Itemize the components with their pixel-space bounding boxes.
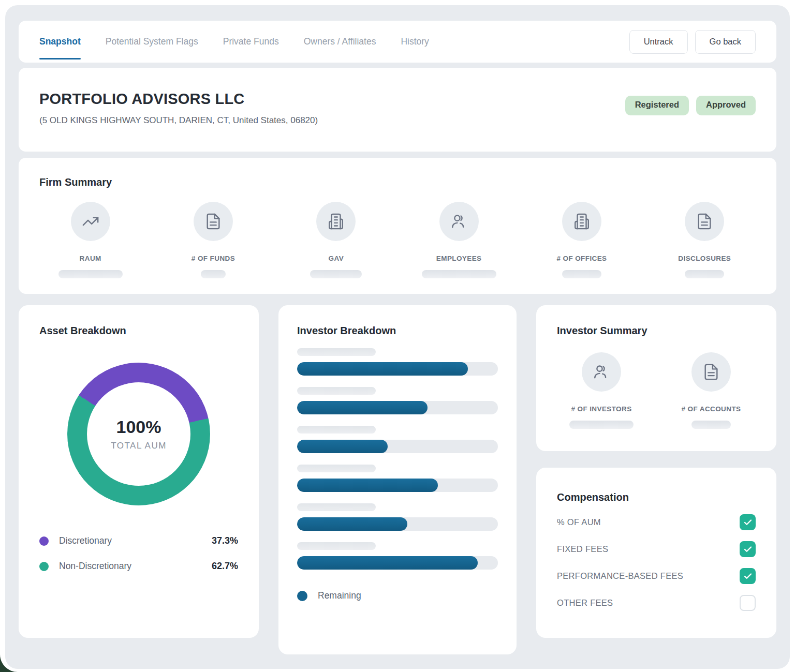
loading-value-placeholder — [310, 270, 362, 278]
asset-legend: Discretionary 37.3% Non-Discretionary 62… — [39, 535, 238, 572]
metric-num-accounts: # OF ACCOUNTS — [656, 352, 766, 429]
tab-private-funds[interactable]: Private Funds — [223, 21, 279, 63]
go-back-button[interactable]: Go back — [695, 30, 756, 54]
metric-label: # OF OFFICES — [556, 255, 607, 262]
other-fees-checkbox[interactable] — [740, 595, 756, 611]
metric-employees: EMPLOYEES — [398, 202, 520, 278]
investor-summary-title: Investor Summary — [557, 325, 766, 337]
asset-breakdown-card: Asset Breakdown 100% TOTAL AUM Discretio… — [19, 305, 259, 638]
users-icon — [439, 202, 479, 241]
loading-label-placeholder — [297, 348, 376, 356]
page-title: PORTFOLIO ADVISORS LLC — [39, 91, 318, 108]
bar-fill — [297, 479, 438, 492]
metric-label: DISCLOSURES — [678, 255, 731, 262]
compensation-title: Compensation — [557, 491, 756, 503]
users-icon — [582, 352, 621, 392]
loading-value-placeholder — [569, 421, 634, 429]
trending-up-icon — [71, 202, 110, 241]
investor-bar-group — [297, 503, 498, 531]
tab-history[interactable]: History — [401, 21, 429, 63]
metric-label: EMPLOYEES — [436, 255, 482, 262]
investor-bar-group — [297, 387, 498, 414]
donut-chart-wrap: 100% TOTAL AUM — [39, 363, 238, 505]
metric-label: GAV — [329, 255, 344, 262]
dashboard-grid: Asset Breakdown 100% TOTAL AUM Discretio… — [19, 305, 776, 654]
bar-fill — [297, 362, 468, 376]
compensation-label: % OF AUM — [557, 517, 601, 527]
aum-checkbox[interactable] — [740, 514, 756, 530]
registered-badge: Registered — [625, 96, 689, 115]
tab-owners-affiliates[interactable]: Owners / Affiliates — [304, 21, 376, 63]
investor-summary-metrics: # OF INVESTORS # OF ACCOUNTS — [547, 352, 766, 429]
donut-center: 100% TOTAL AUM — [67, 363, 210, 505]
bar-fill — [297, 517, 407, 531]
firm-summary-title: Firm Summary — [39, 176, 766, 188]
app-container: Snapshot Potential System Flags Private … — [5, 5, 790, 669]
legend-value: 37.3% — [212, 535, 238, 546]
loading-value-placeholder — [685, 270, 724, 278]
legend-label: Non-Discretionary — [59, 561, 131, 572]
investor-summary-card: Investor Summary # OF INVESTORS # OF AC — [536, 305, 776, 451]
legend-label: Remaining — [318, 590, 361, 601]
building-icon — [316, 202, 356, 241]
compensation-label: PERFORMANCE-BASED FEES — [557, 571, 683, 581]
compensation-row-aum: % OF AUM — [557, 514, 756, 530]
loading-label-placeholder — [297, 465, 376, 472]
right-column: Investor Summary # OF INVESTORS # OF AC — [536, 305, 776, 638]
fixed-fees-checkbox[interactable] — [740, 541, 756, 557]
bar-track — [297, 440, 498, 453]
performance-fees-checkbox[interactable] — [740, 568, 756, 584]
total-aum-label: TOTAL AUM — [111, 441, 167, 451]
aum-donut-chart: 100% TOTAL AUM — [67, 363, 210, 505]
compensation-row-fixed-fees: FIXED FEES — [557, 541, 756, 557]
metric-raum: RAUM — [29, 202, 152, 278]
metric-gav: GAV — [275, 202, 398, 278]
building-icon — [562, 202, 601, 241]
untrack-button[interactable]: Untrack — [629, 30, 688, 54]
loading-label-placeholder — [297, 426, 376, 434]
total-aum-value: 100% — [116, 417, 161, 437]
loading-value-placeholder — [58, 270, 123, 278]
loading-label-placeholder — [297, 387, 376, 395]
metric-label: RAUM — [80, 255, 101, 262]
bar-track — [297, 556, 498, 570]
top-nav-bar: Snapshot Potential System Flags Private … — [19, 21, 776, 63]
compensation-label: OTHER FEES — [557, 598, 613, 608]
non-discretionary-dot-icon — [39, 562, 49, 571]
tab-snapshot[interactable]: Snapshot — [39, 21, 81, 63]
firm-identity: PORTFOLIO ADVISORS LLC (5 OLD KINGS HIGH… — [39, 91, 318, 126]
investor-bar-group — [297, 542, 498, 570]
investor-bar-group — [297, 348, 498, 376]
tab-bar: Snapshot Potential System Flags Private … — [39, 21, 429, 63]
nav-actions: Untrack Go back — [629, 30, 756, 54]
bar-track — [297, 517, 498, 531]
discretionary-dot-icon — [39, 536, 49, 546]
bar-fill — [297, 556, 478, 570]
metric-num-investors: # OF INVESTORS — [547, 352, 656, 429]
document-icon — [691, 352, 731, 392]
bar-track — [297, 401, 498, 414]
metric-label: # OF INVESTORS — [571, 405, 631, 413]
metric-label: # OF FUNDS — [192, 255, 235, 262]
remaining-dot-icon — [297, 591, 307, 601]
loading-value-placeholder — [691, 421, 731, 429]
bar-track — [297, 362, 498, 376]
loading-label-placeholder — [297, 542, 376, 550]
document-icon — [194, 202, 233, 241]
metric-num-offices: # OF OFFICES — [520, 202, 643, 278]
document-icon — [685, 202, 724, 241]
legend-row-non-discretionary: Non-Discretionary 62.7% — [39, 561, 238, 572]
approved-badge: Approved — [696, 96, 756, 115]
legend-value: 62.7% — [212, 561, 238, 572]
firm-header-card: PORTFOLIO ADVISORS LLC (5 OLD KINGS HIGH… — [19, 68, 776, 152]
compensation-label: FIXED FEES — [557, 544, 608, 554]
firm-summary-card: Firm Summary RAUM # OF FUNDS — [19, 158, 776, 294]
asset-breakdown-title: Asset Breakdown — [39, 325, 238, 337]
bar-fill — [297, 440, 388, 453]
loading-value-placeholder — [201, 270, 226, 278]
metric-disclosures: DISCLOSURES — [643, 202, 766, 278]
tab-potential-system-flags[interactable]: Potential System Flags — [106, 21, 198, 63]
loading-value-placeholder — [562, 270, 601, 278]
metric-label: # OF ACCOUNTS — [682, 405, 741, 413]
investor-breakdown-card: Investor Breakdown — [278, 305, 517, 654]
